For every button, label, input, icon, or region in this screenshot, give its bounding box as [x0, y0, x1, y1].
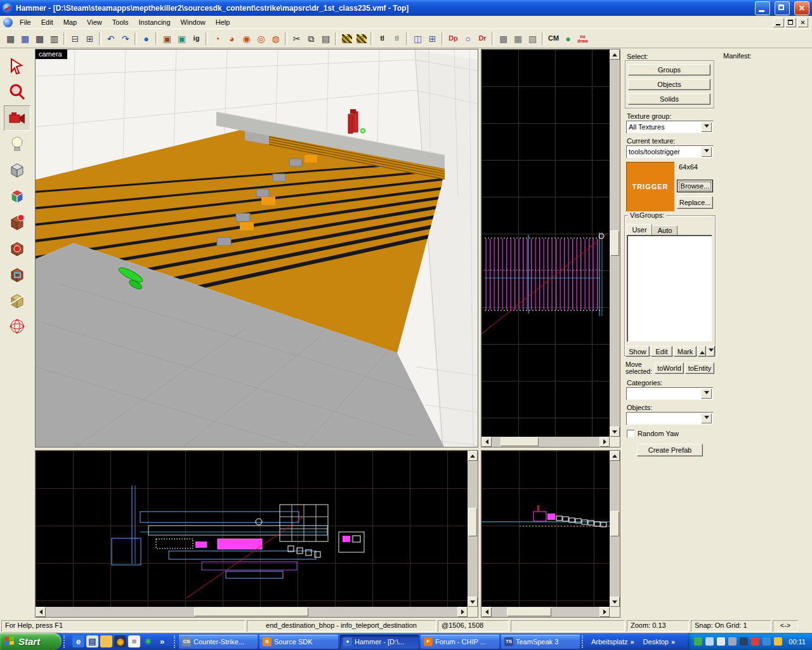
solids-button[interactable]: Solids: [628, 93, 710, 105]
auto-select-icon[interactable]: ⊞: [425, 32, 440, 46]
tray-volume-icon[interactable]: [717, 637, 725, 646]
visgroups-tab-user[interactable]: User: [627, 224, 652, 235]
horizontal-scrollbar[interactable]: [481, 607, 610, 617]
hollow-icon[interactable]: ◕: [225, 32, 239, 46]
menu-file[interactable]: File: [15, 17, 36, 28]
minimize-button[interactable]: [755, 1, 770, 15]
hide-unselected-icon[interactable]: ▨: [354, 32, 369, 46]
group-icon[interactable]: ◉: [239, 32, 254, 46]
folder-icon[interactable]: [100, 635, 112, 647]
apply-texture-tool-button[interactable]: [4, 209, 30, 235]
snap-to-grid-icon[interactable]: ▦: [3, 32, 18, 46]
document-quick-icon[interactable]: ≡: [128, 635, 140, 647]
tray-network-icon[interactable]: [763, 637, 771, 646]
visgroups-tab-auto[interactable]: Auto: [652, 225, 678, 235]
horizontal-scrollbar[interactable]: [481, 437, 610, 447]
to-entity-button[interactable]: toEntity: [685, 362, 714, 374]
ungroup-icon[interactable]: ◎: [254, 32, 268, 46]
select-containing-icon[interactable]: ◫: [410, 32, 425, 46]
teamspeak-quick-icon[interactable]: ✳: [142, 635, 154, 647]
decal-tool-button[interactable]: [4, 235, 30, 261]
cut-icon[interactable]: ✂: [289, 32, 304, 46]
task-forum-chip[interactable]: F Forum - CHIP ...: [421, 635, 499, 649]
texture-lock-icon[interactable]: tl: [375, 32, 390, 46]
mdi-minimize-button[interactable]: [773, 18, 784, 27]
quick-launch-chevron[interactable]: »: [156, 635, 168, 647]
mdi-restore-button[interactable]: [785, 18, 796, 27]
texture-group-combo[interactable]: All Textures: [626, 121, 713, 133]
load-window-state-icon[interactable]: ⊟: [68, 32, 82, 46]
displacement-mask-icon[interactable]: ▩: [496, 32, 511, 46]
tray-update-icon[interactable]: [774, 637, 782, 646]
display-points-icon[interactable]: Dp: [446, 32, 461, 46]
menu-map[interactable]: Map: [58, 17, 82, 28]
chevron-down-icon[interactable]: [701, 413, 712, 423]
vertex-tool-button[interactable]: [4, 314, 30, 339]
overlay-tool-button[interactable]: [4, 262, 30, 287]
mark-button[interactable]: Mark: [674, 346, 697, 357]
create-prefab-button[interactable]: Create Prefab: [637, 444, 703, 456]
chevron-down-icon[interactable]: [701, 122, 712, 132]
menu-edit[interactable]: Edit: [36, 17, 58, 28]
objects-combo[interactable]: [626, 412, 713, 425]
visgroups-list[interactable]: [627, 235, 712, 342]
taskbar-toolbar-desktop[interactable]: Desktop »: [639, 638, 679, 646]
mdi-close-button[interactable]: [797, 18, 808, 27]
fade-preview-icon[interactable]: ●: [561, 32, 575, 46]
menu-tools[interactable]: Tools: [107, 17, 134, 28]
task-counter-strike[interactable]: CS Counter-Strike...: [179, 635, 258, 649]
menu-instancing[interactable]: Instancing: [133, 17, 175, 28]
object-properties-icon[interactable]: ●: [139, 32, 154, 46]
hide-selected-icon[interactable]: ▨: [339, 32, 354, 46]
menu-view[interactable]: View: [82, 17, 107, 28]
groups-button[interactable]: Groups: [628, 64, 710, 76]
smaller-grid-icon[interactable]: ▩: [32, 32, 47, 46]
selection-tool-button[interactable]: [4, 53, 30, 79]
no-draw-icon[interactable]: no draw: [575, 32, 590, 46]
viewport-2d-front[interactable]: [481, 49, 620, 448]
grid-settings-icon[interactable]: ▦: [18, 32, 32, 46]
vertical-scrollbar[interactable]: [610, 50, 620, 437]
displacement-edge-icon[interactable]: ▧: [525, 32, 540, 46]
replace-button[interactable]: Replace...: [677, 196, 713, 209]
browse-button[interactable]: Browse...: [677, 180, 713, 192]
menu-help[interactable]: Help: [211, 17, 235, 28]
chevron-down-icon[interactable]: [701, 388, 712, 399]
block-tool-button[interactable]: [4, 157, 30, 183]
to-world-button[interactable]: toWorld: [655, 362, 684, 374]
show-button[interactable]: Show: [625, 346, 650, 357]
move-up-button[interactable]: [698, 346, 706, 357]
objects-button[interactable]: Objects: [628, 79, 710, 90]
task-teamspeak[interactable]: TS TeamSpeak 3: [501, 635, 580, 649]
magnify-tool-button[interactable]: [4, 79, 30, 105]
edit-button[interactable]: Edit: [651, 346, 672, 357]
horizontal-scrollbar[interactable]: [36, 607, 468, 617]
taskbar-toolbar-arbeitsplatz[interactable]: Arbeitsplatz »: [587, 638, 639, 646]
tray-usb-icon[interactable]: [728, 637, 737, 646]
instancing-ig-icon[interactable]: ig: [189, 32, 204, 46]
random-yaw-checkbox[interactable]: [627, 430, 634, 437]
undo-icon[interactable]: ↶: [103, 32, 118, 46]
ignore-groups-icon[interactable]: ◍: [268, 32, 283, 46]
tray-display-icon[interactable]: [705, 637, 714, 646]
tray-nvidia-icon[interactable]: [694, 637, 702, 646]
entity-tool-button[interactable]: [4, 131, 30, 157]
menu-window[interactable]: Window: [176, 17, 211, 28]
internet-explorer-icon[interactable]: e: [72, 635, 84, 647]
close-button[interactable]: [794, 1, 809, 15]
paste-icon[interactable]: ▤: [318, 32, 333, 46]
clipping-tool-button[interactable]: [4, 288, 30, 313]
chevron-down-icon[interactable]: [701, 147, 712, 157]
display-ray-icon[interactable]: Dr: [475, 32, 490, 46]
chevron-icon[interactable]: »: [671, 638, 675, 646]
start-button[interactable]: Start: [0, 633, 62, 650]
vertical-scrollbar[interactable]: [610, 451, 620, 607]
cm-icon[interactable]: CM: [546, 32, 561, 46]
entity-gallery-icon[interactable]: ▣: [174, 32, 189, 46]
tray-antivirus-icon[interactable]: [751, 637, 759, 646]
show-desktop-icon[interactable]: ▤: [86, 635, 98, 647]
tray-steam-icon[interactable]: [740, 637, 748, 646]
entity-report-icon[interactable]: ▣: [160, 32, 174, 46]
larger-grid-icon[interactable]: ▥: [47, 32, 62, 46]
viewport-2d-top[interactable]: [35, 450, 478, 618]
